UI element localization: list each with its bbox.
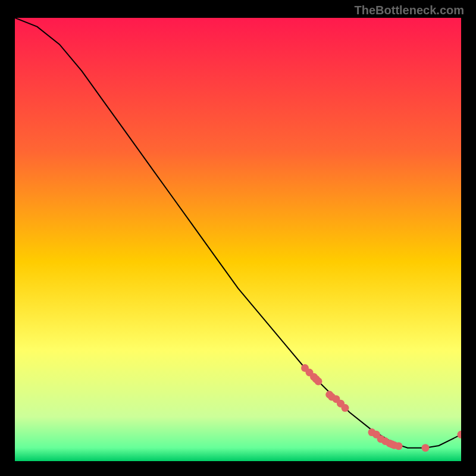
data-point (342, 404, 349, 412)
chart-svg (15, 18, 461, 461)
chart-container: TheBottleneck.com (0, 0, 476, 476)
data-point (315, 377, 322, 385)
data-point (422, 444, 430, 452)
watermark-text: TheBottleneck.com (355, 4, 464, 17)
data-point (395, 442, 403, 450)
gradient-background (15, 18, 461, 461)
plot-area (15, 18, 461, 461)
